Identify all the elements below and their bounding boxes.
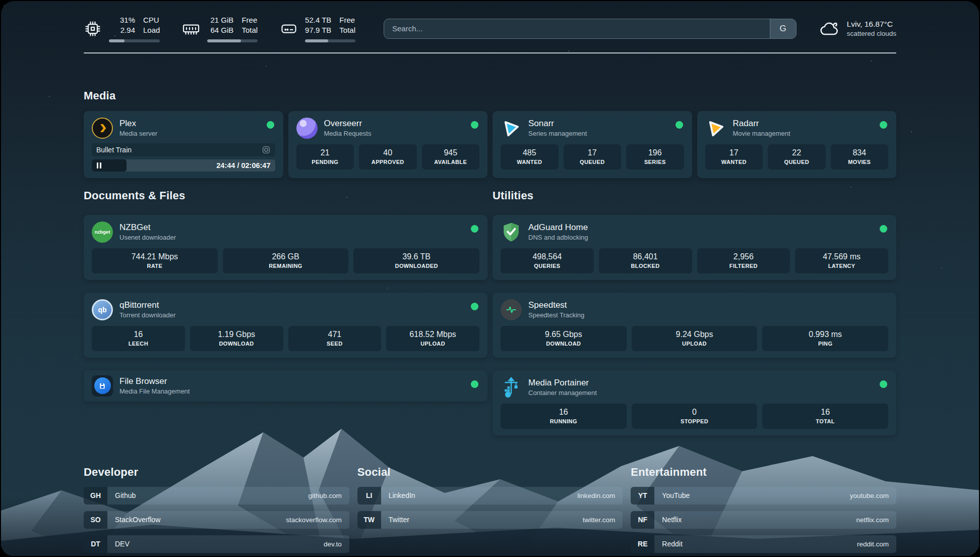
top-bar: 31% 2.94 CPU Load: [84, 1, 896, 42]
plex-icon: [92, 118, 113, 139]
disk-total-label: Total: [339, 25, 355, 35]
weather-location-temp: Lviv, 16.87°C: [847, 20, 896, 29]
status-dot: [880, 121, 887, 129]
status-dot: [267, 121, 274, 129]
stat-label: RUNNING: [503, 418, 625, 424]
link-name: DEV: [115, 540, 130, 548]
status-dot: [471, 380, 478, 388]
portainer-card[interactable]: Media Portainer Container management 16 …: [493, 370, 896, 435]
app-desc: Movie management: [733, 130, 790, 137]
stat-value: 86,401: [601, 252, 690, 261]
stat-label: TOTAL: [764, 418, 886, 424]
filebrowser-card[interactable]: File Browser Media File Management: [84, 370, 487, 402]
social-links-section: Social LI LinkedIn linkedin.com TW Twitt…: [357, 466, 623, 553]
status-dot: [880, 380, 887, 388]
memory-icon: [182, 20, 200, 38]
stat-upload: 9.24 Gbps UPLOAD: [632, 326, 758, 351]
stat-available: 945 AVAILABLE: [422, 144, 480, 170]
link-url: github.com: [309, 492, 342, 499]
app-desc: Usenet downloader: [119, 234, 176, 241]
app-name: Sonarr: [528, 119, 587, 129]
search-input[interactable]: [384, 19, 770, 38]
stat-label: SERIES: [628, 159, 682, 165]
filebrowser-icon: [92, 375, 113, 397]
stat-wanted: 17 WANTED: [705, 144, 763, 170]
search-engine-button[interactable]: G: [770, 19, 796, 38]
cpu-load-label: Load: [143, 25, 160, 35]
stat-download: 9.65 Gbps DOWNLOAD: [501, 326, 627, 351]
app-desc: Speedtest Tracking: [528, 311, 584, 319]
link-stackoverflow[interactable]: SO StackOverflow stackoverflow.com: [84, 511, 349, 529]
link-badge: DT: [84, 535, 107, 553]
link-netflix[interactable]: NF Netflix netflix.com: [631, 511, 896, 529]
adguard-card[interactable]: AdGuard Home DNS and adblocking 498,564 …: [493, 215, 896, 280]
documents-section-title: Documents & Files: [84, 189, 487, 202]
link-badge: RE: [631, 535, 654, 553]
stat-value: 16: [503, 408, 625, 417]
overseerr-card[interactable]: Overseerr Media Requests 21 PENDING 40 A…: [288, 111, 488, 178]
disk-free-label: Free: [339, 15, 355, 25]
link-badge: LI: [357, 487, 381, 505]
link-dev[interactable]: DT DEV dev.to: [84, 535, 349, 553]
cpu-usage-bar-fill: [109, 39, 125, 42]
stat-value: 39.6 TB: [355, 252, 477, 261]
stat-label: RATE: [94, 263, 216, 269]
link-name: StackOverflow: [115, 516, 160, 524]
stat-approved: 40 APPROVED: [359, 144, 417, 170]
media-type-icon: [262, 145, 271, 154]
link-youtube[interactable]: YT YouTube youtube.com: [631, 487, 896, 505]
stat-running: 16 RUNNING: [501, 404, 627, 429]
stat-series: 196 SERIES: [626, 144, 684, 170]
pause-icon[interactable]: [97, 162, 101, 169]
speedtest-card[interactable]: Speedtest Speedtest Tracking 9.65 Gbps D…: [493, 293, 896, 358]
plex-now-playing: Bullet Train: [92, 143, 275, 156]
stat-label: DOWNLOADED: [355, 263, 477, 269]
app-desc: DNS and adblocking: [528, 234, 588, 241]
stat-value: 47.569 ms: [797, 252, 886, 261]
qbittorrent-card[interactable]: qb qBittorrent Torrent downloader 16: [84, 293, 487, 358]
radarr-card[interactable]: Radarr Movie management 17 WANTED 22 QUE…: [697, 111, 897, 178]
stat-label: PENDING: [298, 159, 352, 165]
disk-stat-widget: 52.4 TB 97.9 TB Free Total: [280, 15, 355, 42]
nzbget-card[interactable]: nzbget NZBGet Usenet downloader 744.21 M…: [84, 215, 487, 280]
status-dot: [471, 121, 478, 129]
weather-condition: scattered clouds: [847, 30, 896, 37]
cpu-usage-value: 31%: [120, 15, 135, 25]
link-github[interactable]: GH Github github.com: [84, 487, 349, 505]
qbittorrent-icon-label: qb: [98, 306, 106, 314]
stat-value: 834: [833, 148, 887, 157]
stat-value: 266 GB: [225, 252, 347, 261]
link-twitter[interactable]: TW Twitter twitter.com: [357, 511, 623, 529]
stat-queries: 498,564 QUERIES: [501, 248, 594, 273]
stat-downloaded: 39.6 TB DOWNLOADED: [353, 248, 479, 273]
sonarr-card[interactable]: Sonarr Series management 485 WANTED 17 Q…: [493, 111, 692, 178]
cloud-icon: [819, 18, 841, 40]
memory-usage-bar: [207, 39, 258, 42]
memory-stat-widget: 21 GiB 64 GiB Free Total: [182, 15, 258, 42]
plex-progress-bar: 24:44 / 02:06:47: [92, 159, 275, 172]
link-reddit[interactable]: RE Reddit reddit.com: [631, 535, 896, 553]
stat-label: LATENCY: [797, 263, 886, 269]
stat-value: 0.993 ms: [764, 330, 886, 339]
plex-card[interactable]: Plex Media server Bullet Train: [84, 111, 283, 178]
app-name: Speedtest: [528, 300, 584, 310]
stat-value: 16: [94, 330, 183, 339]
memory-usage-bar-fill: [207, 39, 241, 42]
link-linkedin[interactable]: LI LinkedIn linkedin.com: [357, 487, 623, 505]
now-playing-title: Bullet Train: [96, 146, 132, 154]
link-url: youtube.com: [850, 492, 889, 499]
stat-seed: 471 SEED: [288, 326, 382, 351]
stat-value: 16: [764, 408, 886, 417]
disk-free-value: 52.4 TB: [305, 15, 331, 25]
stat-label: SEED: [290, 341, 380, 347]
stat-label: DOWNLOAD: [192, 341, 281, 347]
link-url: stackoverflow.com: [286, 516, 341, 524]
status-dot: [471, 225, 478, 233]
status-dot: [676, 121, 683, 129]
memory-free-label: Free: [241, 15, 258, 25]
app-name: File Browser: [119, 376, 190, 386]
stat-pending: 21 PENDING: [296, 144, 354, 170]
stat-remaining: 266 GB REMAINING: [223, 248, 349, 273]
media-section-title: Media: [84, 89, 896, 102]
stat-value: 945: [424, 148, 478, 157]
